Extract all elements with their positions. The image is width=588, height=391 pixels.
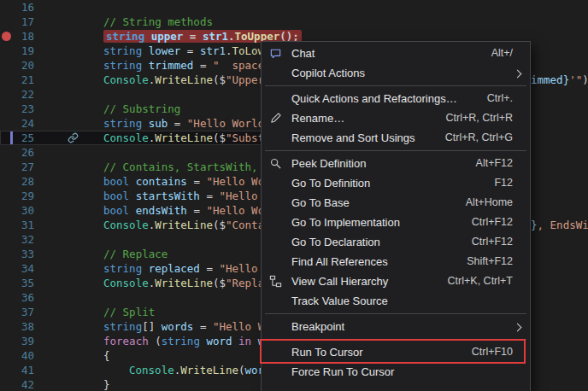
breakpoint-margin[interactable] [0,247,12,261]
menu-separator [265,313,526,314]
line-number: 26 [12,145,34,160]
menu-item-shortcut: Shift+F12 [467,254,521,269]
line-number: 21 [12,73,34,87]
menu-item-chat[interactable]: ChatAlt+/ [262,44,530,63]
line-number: 31 [12,218,34,232]
breakpoint-margin[interactable] [0,73,12,87]
peek-icon [269,157,283,171]
breakpoint-margin[interactable] [0,15,12,29]
line-number: 37 [12,305,34,319]
menu-item-force-run-to-cursor[interactable]: Force Run To Cursor [262,362,530,382]
menu-item-shortcut: Ctrl+F12 [472,215,521,230]
menu-item-track-value-source[interactable]: Track Value Source [262,291,530,311]
code-text: // Replace [34,247,168,261]
line-number: 22 [12,87,34,102]
breakpoint-margin[interactable] [0,29,12,44]
breakpoint-margin[interactable] [0,377,12,391]
line-number: 35 [12,276,34,290]
breakpoint-margin[interactable] [0,334,12,348]
code-fragment-line-21: immed}'"); [531,73,588,87]
menu-item-shortcut: Ctrl+F12 [472,235,521,249]
menu-item-label: Chat [291,46,315,61]
breakpoint-margin[interactable] [0,160,12,174]
line-number: 33 [12,247,34,261]
code-line-16[interactable]: 16 [0,0,530,15]
menu-item-shortcut: Ctrl+R, Ctrl+R [446,111,521,125]
breakpoint-margin[interactable] [0,116,12,131]
menu-item-copilot-actions[interactable]: Copilot Actions [262,63,530,83]
menu-item-view-call-hierarchy[interactable]: View Call HierarchyCtrl+K, Ctrl+T [262,271,530,291]
menu-separator [265,150,526,151]
code-text [34,87,103,102]
breakpoint-margin[interactable] [0,174,12,189]
line-number: 38 [12,319,34,334]
breakpoint-margin[interactable] [0,363,12,377]
menu-item-label: Force Run To Cursor [291,365,394,379]
code-line-17[interactable]: 17// String methods [0,15,530,29]
breakpoint-margin[interactable] [0,319,12,334]
breakpoint-margin[interactable] [0,218,12,232]
menu-item-go-to-implementation[interactable]: Go To ImplementationCtrl+F12 [262,213,530,232]
breakpoint-margin[interactable] [0,232,12,247]
breakpoint-margin[interactable] [0,102,12,116]
line-number: 29 [12,189,34,203]
menu-item-label: Peek Definition [291,156,366,171]
code-text [34,290,103,305]
breakpoint-margin[interactable] [0,87,12,102]
menu-item-go-to-declaration[interactable]: Go To DeclarationCtrl+F12 [262,232,530,252]
line-number: 27 [12,160,34,174]
breakpoint-margin[interactable] [0,203,12,218]
breakpoint-margin[interactable] [0,44,12,58]
breakpoint-margin[interactable] [0,290,12,305]
chain-link-icon[interactable] [68,132,79,143]
menu-item-remove-and-sort-usings[interactable]: Remove and Sort UsingsCtrl+R, Ctrl+G [262,128,530,148]
menu-item-label: View Call Hierarchy [291,274,388,289]
menu-item-shortcut: F12 [494,176,521,190]
menu-item-go-to-base[interactable]: Go To BaseAlt+Home [262,193,530,213]
breakpoint-margin[interactable] [0,58,12,73]
menu-item-rename[interactable]: Rename…Ctrl+R, Ctrl+R [262,108,530,128]
code-text: Console.WriteLine(word); [34,363,284,377]
menu-item-label: Run To Cursor [291,345,363,359]
rename-icon [269,112,283,125]
line-number: 19 [12,44,34,58]
breakpoint-margin[interactable] [0,305,12,319]
menu-item-breakpoint[interactable]: Breakpoint [262,317,530,336]
menu-item-label: Go To Implementation [291,215,400,230]
menu-item-label: Quick Actions and Refactorings… [291,91,457,106]
breakpoint-margin[interactable] [0,145,12,160]
breakpoint-margin[interactable] [0,0,12,15]
breakpoint-margin[interactable] [0,261,12,276]
breakpoint-margin[interactable] [0,276,12,290]
menu-item-label: Track Value Source [291,294,388,308]
menu-separator [265,85,526,86]
line-number: 32 [12,232,34,247]
code-fragment-line-31: }, EndsWi [531,218,588,232]
menu-item-peek-definition[interactable]: Peek DefinitionAlt+F12 [262,154,530,173]
line-number: 16 [12,0,34,15]
menu-item-run-to-cursor[interactable]: Run To CursorCtrl+F10 [262,342,530,362]
code-text: // Substring [34,102,180,116]
menu-item-label: Find All References [291,254,388,269]
breakpoint-margin[interactable] [0,348,12,363]
menu-item-label: Go To Base [291,196,350,210]
line-number: 17 [12,15,34,29]
chat-icon [269,47,283,61]
menu-item-label: Go To Definition [291,176,370,190]
submenu-arrow-icon [514,69,522,78]
code-text: string lower = str1.ToLower(); [34,44,297,58]
menu-item-quick-actions-refactorings[interactable]: Quick Actions and Refactorings…Ctrl+. [262,89,530,108]
code-text: foreach (string word in words) [34,334,297,348]
line-number: 25 [12,131,34,145]
menu-item-shortcut: Ctrl+R, Ctrl+G [445,131,521,145]
breakpoint-indicator[interactable] [2,32,11,41]
menu-item-shortcut: Ctrl+. [487,91,521,106]
menu-item-shortcut: Ctrl+K, Ctrl+T [448,274,521,289]
code-text: } [34,377,110,391]
line-number: 34 [12,261,34,276]
menu-item-shortcut: Alt+/ [491,46,521,61]
breakpoint-margin[interactable] [0,189,12,203]
line-number: 23 [12,102,34,116]
menu-item-find-all-references[interactable]: Find All ReferencesShift+F12 [262,252,530,271]
menu-item-go-to-definition[interactable]: Go To DefinitionF12 [262,173,530,193]
